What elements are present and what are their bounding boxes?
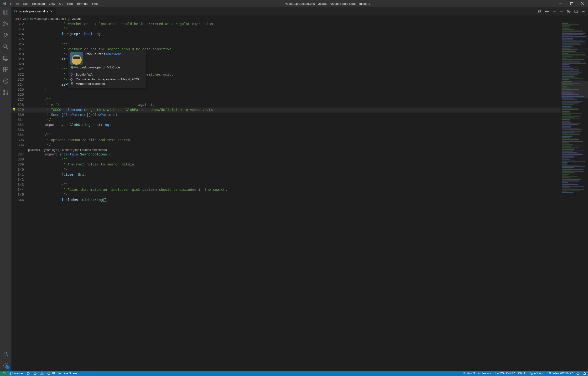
maximize-button[interactable] (566, 0, 577, 7)
tab-close-icon[interactable]: ✕ (50, 10, 53, 13)
settings-gear-icon[interactable]: 1 (2, 362, 9, 369)
svg-point-46 (463, 372, 464, 373)
code-line[interactable]: 315 (11, 37, 561, 42)
svg-point-32 (582, 11, 583, 12)
nav-prev-icon[interactable] (553, 10, 556, 13)
code-line[interactable]: 335 * Options common to file and text se… (11, 138, 561, 143)
cursor-position[interactable]: Ln 329, Col 87 (494, 372, 516, 375)
eol-indicator[interactable]: CRLF (516, 372, 528, 375)
code-line[interactable]: 338 /** (11, 157, 561, 162)
menu-go[interactable]: Go (57, 2, 65, 5)
minimize-button[interactable] (555, 0, 566, 7)
codelens[interactable]: pkoushik, 2 years ago | 3 authors (Rob L… (11, 148, 561, 152)
code-line[interactable]: 336 */ (11, 143, 561, 148)
feedback-icon[interactable] (575, 372, 581, 375)
notifications-icon[interactable] (581, 372, 588, 375)
code-line[interactable]: 332 export type GlobString = string; (11, 123, 561, 127)
code-line[interactable]: 328 * A fi against. (11, 103, 561, 107)
nav-next-icon[interactable] (560, 10, 563, 13)
code-line[interactable]: 341 folder: Uri; (11, 172, 561, 178)
code-line[interactable]: 313 */ (11, 27, 561, 32)
breadcrumb-part[interactable]: vs (23, 17, 26, 21)
search-icon[interactable] (2, 43, 9, 50)
menu-run[interactable]: Run (65, 2, 75, 5)
svg-point-7 (4, 25, 5, 26)
more-actions-icon[interactable] (582, 9, 586, 13)
code-line[interactable]: 342 (11, 178, 561, 182)
problems-button[interactable]: 0 0 10 (32, 371, 56, 376)
menu-terminal[interactable]: Terminal (75, 2, 90, 5)
code-line[interactable]: 326 (11, 92, 561, 97)
explorer-icon[interactable] (2, 9, 9, 16)
git-blame[interactable]: You, 3 minutes ago (461, 372, 494, 375)
extensions-icon[interactable] (2, 66, 9, 73)
line-number: 341 (17, 172, 28, 178)
breadcrumb-file[interactable]: vscode.proposed.d.ts (34, 17, 64, 21)
menu-file[interactable]: File (8, 2, 21, 5)
code-line[interactable]: 312 * Whether or not `pattern` should be… (11, 22, 561, 27)
svg-rect-1 (570, 2, 573, 5)
code-line[interactable]: 340 */ (11, 167, 561, 172)
github-pr-icon[interactable] (2, 89, 9, 96)
status-bar: master 0 0 10 Live Share You, 3 minutes … (0, 371, 588, 376)
line-number: 337 (17, 152, 28, 157)
code-line[interactable]: 327 /** (11, 97, 561, 102)
code-line[interactable]: 345 */ (11, 192, 561, 198)
lightbulb-icon[interactable]: 💡 (11, 107, 17, 113)
go-back-icon[interactable] (545, 10, 549, 13)
menu-help[interactable]: Help (90, 2, 100, 5)
code-line[interactable]: 314 isRegExp?: boolean; (11, 32, 561, 37)
code-line[interactable]: 333 (11, 127, 561, 133)
breadcrumbs[interactable]: src› vs› TS vscode.proposed.d.ts› {} 'vs… (11, 15, 588, 22)
svg-point-36 (10, 374, 11, 375)
git-branch[interactable]: master (8, 371, 25, 376)
line-number: 335 (17, 138, 28, 143)
breadcrumb-part[interactable]: src (15, 17, 19, 21)
remote-explorer-icon[interactable] (2, 55, 9, 62)
code-line[interactable]: 343 /** (11, 182, 561, 188)
compare-changes-icon[interactable] (537, 9, 542, 13)
hover-member: Member of Microsoft (76, 82, 105, 86)
code-line[interactable]: 337 export interface SearchOptions { (11, 152, 561, 157)
run-debug-icon[interactable] (2, 32, 9, 39)
line-number: 319 (17, 57, 28, 62)
breadcrumb-symbol[interactable]: 'vscode' (71, 17, 82, 21)
minimap[interactable] (561, 22, 588, 371)
line-number: 332 (17, 123, 28, 127)
code-line[interactable]: 330 * @see [GlobPattern](#GlobPattern) (11, 113, 561, 117)
hover-username[interactable]: roblourens (106, 52, 121, 56)
svg-point-10 (4, 45, 7, 48)
line-number: 343 (17, 182, 28, 188)
live-share-button[interactable]: Live Share (56, 371, 78, 376)
code-line[interactable]: 💡329 * TODO@roblourens merge this with t… (11, 107, 561, 113)
code-line[interactable]: 346 includes: GlobString[]; (11, 198, 561, 203)
tab-active[interactable]: TS vscode.proposed.d.ts ✕ (11, 7, 56, 15)
accounts-icon[interactable] (2, 351, 9, 357)
svg-point-34 (584, 11, 585, 12)
svg-point-26 (540, 12, 541, 13)
code-line[interactable]: 316 /** (11, 42, 561, 47)
warning-count: 0 (45, 372, 46, 375)
run-icon[interactable] (567, 9, 571, 13)
menu-view[interactable]: View (47, 2, 57, 5)
timeline-icon[interactable] (2, 78, 9, 84)
split-editor-icon[interactable] (574, 9, 578, 13)
code-line[interactable]: 344 * Files that match an `includes` glo… (11, 188, 561, 192)
vscode-logo-icon (0, 1, 8, 6)
typescript-version[interactable]: 3.9.0-dev.20200427 (545, 372, 575, 375)
code-line[interactable]: 334 /** (11, 133, 561, 137)
code-line[interactable]: 331 */ (11, 117, 561, 123)
line-number: 313 (17, 27, 28, 32)
menu-selection[interactable]: Selection (30, 2, 46, 5)
language-mode[interactable]: TypeScript (528, 372, 545, 375)
svg-point-37 (12, 373, 13, 373)
menu-edit[interactable]: Edit (21, 2, 30, 5)
source-control-icon[interactable] (2, 21, 9, 27)
line-number: 330 (17, 113, 28, 117)
remote-indicator[interactable] (0, 371, 8, 376)
svg-point-20 (4, 90, 5, 92)
typescript-file-icon: TS (14, 10, 17, 13)
close-button[interactable] (577, 0, 588, 7)
sync-button[interactable] (25, 371, 32, 376)
code-line[interactable]: 339 * The root folder to search within. (11, 162, 561, 167)
